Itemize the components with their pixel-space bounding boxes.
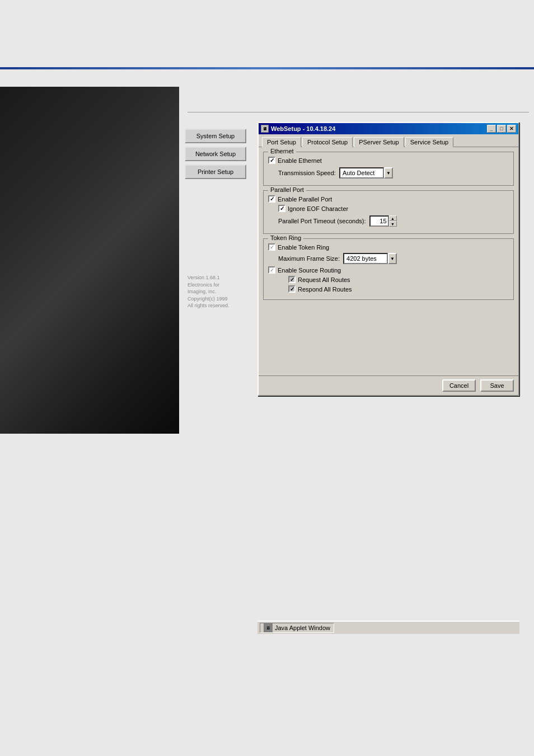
frame-size-select-container: 4202 bytes ▼ — [343, 253, 397, 264]
request-all-routes-row[interactable]: Request All Routes — [288, 276, 509, 283]
bottom-buttons: Cancel Save — [259, 375, 518, 395]
token-ring-legend: Token Ring — [268, 234, 303, 241]
printer-setup-button[interactable]: Printer Setup — [185, 165, 246, 179]
request-all-routes-checkbox[interactable] — [288, 276, 296, 283]
taskbar-item[interactable]: 🖥 Java Applet Window — [260, 623, 334, 633]
title-bar: 🖥 WebSetup - 10.4.18.24 _ □ ✕ — [259, 123, 518, 134]
transmission-select-container: Auto Detect ▼ — [339, 167, 393, 179]
title-buttons: _ □ ✕ — [487, 125, 516, 133]
enable-ethernet-row[interactable]: Enable Ethernet — [268, 157, 509, 164]
enable-parallel-checkbox[interactable] — [268, 195, 275, 203]
minimize-button[interactable]: _ — [487, 125, 496, 133]
version-text: Version 1.68.1 Electronics for Imaging, … — [188, 274, 229, 309]
timeout-spinner: ▲ ▼ — [369, 215, 397, 227]
enable-token-ring-checkbox[interactable] — [268, 243, 275, 251]
taskbar-text: Java Applet Window — [275, 624, 330, 631]
websetup-window: 🖥 WebSetup - 10.4.18.24 _ □ ✕ Port Setup… — [257, 122, 519, 396]
window-icon: 🖥 — [261, 125, 269, 133]
ethernet-group: Ethernet Enable Ethernet Transmission Sp… — [263, 152, 514, 186]
enable-token-ring-row[interactable]: Enable Token Ring — [268, 243, 509, 251]
horizontal-rule — [188, 112, 529, 112]
source-routing-row[interactable]: Enable Source Routing — [268, 266, 509, 274]
enable-ethernet-label: Enable Ethernet — [278, 157, 322, 164]
ethernet-legend: Ethernet — [268, 148, 296, 154]
ignore-eof-label: Ignore EOF Character — [288, 205, 348, 212]
spinner-buttons: ▲ ▼ — [389, 215, 397, 227]
tab-bar: Port Setup Protocol Setup PServer Setup … — [259, 134, 518, 147]
timeout-row: Parallel Port Timeout (seconds): ▲ ▼ — [278, 215, 509, 227]
close-button[interactable]: ✕ — [507, 125, 516, 133]
frame-size-value[interactable]: 4202 bytes — [343, 253, 388, 264]
maximize-button[interactable]: □ — [497, 125, 506, 133]
respond-all-routes-label: Respond All Routes — [298, 286, 352, 293]
tab-port-setup[interactable]: Port Setup — [262, 137, 301, 147]
photo-background — [0, 87, 179, 434]
transmission-speed-row: Transmission Speed: Auto Detect ▼ — [278, 167, 509, 179]
source-routing-label: Enable Source Routing — [278, 267, 341, 274]
timeout-input[interactable] — [369, 215, 389, 227]
ignore-eof-row[interactable]: Ignore EOF Character — [278, 205, 509, 212]
system-setup-button[interactable]: System Setup — [185, 129, 246, 143]
request-all-routes-label: Request All Routes — [298, 276, 350, 283]
window-title: WebSetup - 10.4.18.24 — [271, 125, 335, 132]
enable-ethernet-checkbox[interactable] — [268, 157, 275, 164]
tab-protocol-setup[interactable]: Protocol Setup — [302, 137, 353, 147]
tab-service-setup[interactable]: Service Setup — [405, 137, 453, 147]
spinner-down-btn[interactable]: ▼ — [389, 221, 397, 227]
respond-all-routes-checkbox[interactable] — [288, 285, 296, 293]
frame-size-dropdown-btn[interactable]: ▼ — [388, 253, 397, 264]
enable-parallel-label: Enable Parallel Port — [278, 196, 332, 203]
blue-header-line — [0, 67, 534, 69]
save-button[interactable]: Save — [480, 379, 514, 392]
token-ring-group: Token Ring Enable Token Ring Maximum Fra… — [263, 238, 514, 300]
transmission-label: Transmission Speed: — [278, 170, 336, 176]
enable-parallel-row[interactable]: Enable Parallel Port — [268, 195, 509, 203]
frame-size-label: Maximum Frame Size: — [278, 255, 340, 262]
enable-token-ring-label: Enable Token Ring — [278, 244, 329, 251]
parallel-port-group: Parallel Port Enable Parallel Port Ignor… — [263, 190, 514, 234]
respond-all-routes-row[interactable]: Respond All Routes — [288, 285, 509, 293]
timeout-label: Parallel Port Timeout (seconds): — [278, 218, 366, 224]
transmission-dropdown-btn[interactable]: ▼ — [384, 167, 393, 179]
taskbar-icon: 🖥 — [264, 623, 273, 632]
tab-pserver-setup[interactable]: PServer Setup — [354, 137, 404, 147]
network-setup-button[interactable]: Network Setup — [185, 147, 246, 161]
parallel-port-legend: Parallel Port — [268, 186, 306, 193]
source-routing-checkbox[interactable] — [268, 266, 275, 274]
transmission-select-value[interactable]: Auto Detect — [339, 167, 384, 179]
content-area: Ethernet Enable Ethernet Transmission Sp… — [259, 147, 518, 387]
taskbar: 🖥 Java Applet Window — [257, 621, 519, 634]
spinner-up-btn[interactable]: ▲ — [389, 215, 397, 221]
ignore-eof-checkbox[interactable] — [278, 205, 285, 212]
frame-size-row: Maximum Frame Size: 4202 bytes ▼ — [278, 253, 509, 264]
sidebar: System Setup Network Setup Printer Setup — [185, 129, 246, 179]
cancel-button[interactable]: Cancel — [442, 379, 476, 392]
